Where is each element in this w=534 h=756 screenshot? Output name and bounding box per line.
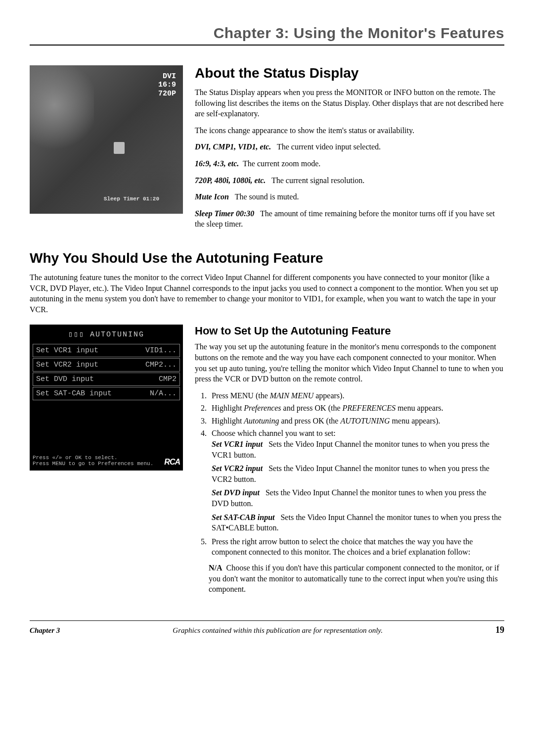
rca-logo: RCA [164, 458, 180, 467]
page-footer: Chapter 3 Graphics contained within this… [30, 620, 504, 635]
heading-status-display: About the Status Display [195, 65, 504, 81]
heading-why-autotuning: Why You Should Use the Autotuning Featur… [30, 250, 504, 266]
menu-footer: Press «/» or OK to select. Press MENU to… [30, 455, 183, 468]
menu-row: Set SAT-CAB inputN/A... [33, 387, 180, 400]
sub-definition: Set DVD input Sets the Video Input Chann… [212, 487, 504, 509]
menu-row: Set DVD inputCMP2 [33, 373, 180, 386]
step-item: Press MENU (the MAIN MENU appears). [209, 390, 504, 401]
sub-definition: Set SAT-CAB input Sets the Video Input C… [212, 512, 504, 533]
mute-icon [114, 142, 125, 154]
chapter-title: Chapter 3: Using the Monitor's Features [30, 25, 504, 46]
definition-item: 720P, 480i, 1080i, etc. The current sign… [195, 175, 504, 186]
status-overlay-text: DVI 16:9 720P [158, 72, 176, 98]
menu-row: Set VCR2 inputCMP2... [33, 358, 180, 372]
autotuning-menu-figure: ▯▯▯ AUTOTUNING Set VCR1 inputVID1... Set… [30, 325, 183, 471]
definition-item: Mute Icon The sound is muted. [195, 191, 504, 202]
sub-definition: Set VCR1 input Sets the Video Input Chan… [212, 439, 504, 460]
body-text: The Status Display appears when you pres… [195, 87, 504, 119]
footer-caption: Graphics contained within this publicati… [60, 626, 495, 635]
step-item: Highlight Autotuning and press OK (the A… [209, 416, 504, 426]
footer-chapter: Chapter 3 [30, 626, 60, 635]
definition-item: Sleep Timer 00:30 The amount of time rem… [195, 208, 504, 230]
menu-row: Set VCR1 inputVID1... [33, 344, 180, 357]
step-item: Press the right arrow button to select t… [209, 536, 504, 558]
sub-definition: Set VCR2 input Sets the Video Input Chan… [212, 463, 504, 484]
na-definition: N/A Choose this if you don't have this p… [209, 563, 504, 595]
step-list: Press MENU (the MAIN MENU appears). High… [195, 390, 504, 558]
heading-how-to-setup: How to Set Up the Autotuning Feature [195, 325, 504, 337]
body-text: The autotuning feature tunes the monitor… [30, 272, 504, 315]
section-autotuning-setup: ▯▯▯ AUTOTUNING Set VCR1 inputVID1... Set… [30, 325, 504, 600]
section-status-display: DVI 16:9 720P Sleep Timer 01:20 About th… [30, 65, 504, 236]
definition-item: DVI, CMP1, VID1, etc. The current video … [195, 142, 504, 152]
sleep-timer-overlay: Sleep Timer 01:20 [104, 196, 159, 202]
body-text: The icons change appearance to show the … [195, 125, 504, 136]
step-item: Choose which channel you want to set: Se… [209, 428, 504, 533]
step-item: Highlight Preferences and press OK (the … [209, 403, 504, 414]
menu-title: ▯▯▯ AUTOTUNING [30, 329, 183, 343]
definition-item: 16:9, 4:3, etc. The current zoom mode. [195, 158, 504, 169]
status-display-figure: DVI 16:9 720P Sleep Timer 01:20 [30, 65, 183, 214]
body-text: The way you set up the autotuning featur… [195, 341, 504, 384]
page-number: 19 [495, 625, 504, 635]
